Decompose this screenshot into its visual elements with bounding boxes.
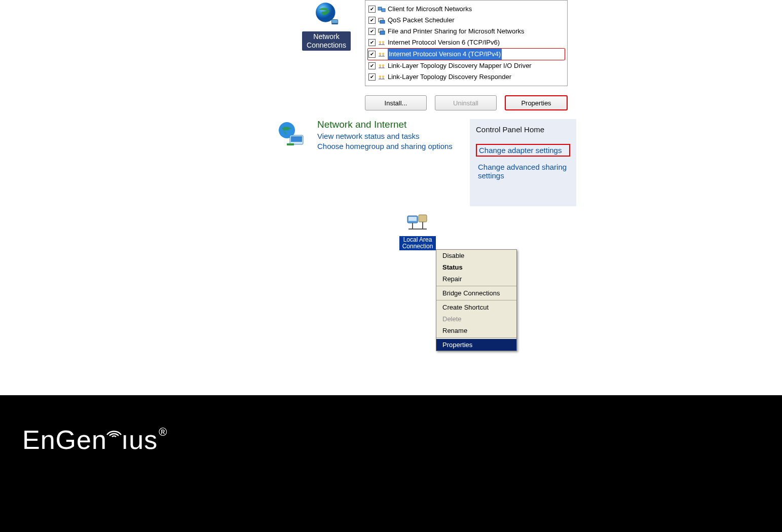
category-title: Network and Internet [317, 119, 453, 130]
share-icon [378, 27, 386, 35]
context-menu: Disable Status Repair Bridge Connections… [436, 249, 517, 351]
protocol-icon [378, 39, 386, 47]
svg-point-11 [382, 41, 384, 43]
conn-item[interactable]: ✔ Internet Protocol Version 6 (TCP/IPv6) [367, 37, 565, 48]
item-label: QoS Packet Scheduler [388, 15, 455, 26]
network-connections-shortcut[interactable]: NetworkConnections [302, 0, 351, 51]
local-area-connection-shortcut[interactable]: Local AreaConnection [399, 212, 436, 250]
shortcut-label: NetworkConnections [302, 31, 351, 51]
svg-rect-2 [332, 23, 338, 25]
menu-rename[interactable]: Rename [436, 325, 516, 336]
checkbox-icon[interactable]: ✔ [368, 6, 376, 13]
brand-logo: EnGen ıus® [22, 413, 167, 455]
checkbox-icon[interactable]: ✔ [368, 39, 376, 46]
menu-separator [436, 337, 516, 338]
conn-item[interactable]: ✔ File and Printer Sharing for Microsoft… [367, 26, 565, 37]
svg-point-16 [382, 53, 384, 55]
checkbox-icon[interactable]: ✔ [368, 17, 376, 24]
conn-item-selected[interactable]: ✔ Internet Protocol Version 4 (TCP/IPv4) [367, 48, 565, 60]
shortcut-label: Local AreaConnection [399, 236, 436, 250]
control-panel-sidebar: Control Panel Home Change adapter settin… [470, 119, 576, 206]
svg-rect-3 [378, 7, 382, 10]
svg-point-26 [382, 75, 384, 78]
adapter-icon [405, 212, 430, 236]
item-label: File and Printer Sharing for Microsoft N… [388, 26, 524, 37]
checkbox-icon[interactable]: ✔ [368, 51, 376, 58]
menu-repair[interactable]: Repair [436, 273, 516, 285]
client-icon [378, 5, 386, 13]
network-internet-icon [276, 119, 308, 151]
protocol-icon [378, 62, 386, 70]
svg-rect-4 [382, 9, 385, 12]
sidebar-advanced-sharing[interactable]: Change advanced sharing settings [476, 162, 570, 181]
sidebar-header: Control Panel Home [476, 125, 570, 134]
link-homegroup[interactable]: Choose homegroup and sharing options [317, 142, 453, 150]
menu-separator [436, 286, 516, 286]
checkbox-icon[interactable]: ✔ [368, 73, 376, 81]
conn-item[interactable]: ✔ Link-Layer Topology Discovery Responde… [367, 71, 565, 83]
conn-item[interactable]: ✔ Client for Microsoft Networks [367, 4, 565, 15]
menu-properties[interactable]: Properties [436, 339, 516, 351]
link-view-status[interactable]: View network status and tasks [317, 132, 453, 140]
checkbox-icon[interactable]: ✔ [368, 28, 376, 35]
svg-rect-35 [419, 215, 427, 222]
properties-button[interactable]: Properties [505, 95, 568, 110]
conn-item[interactable]: ✔ Link-Layer Topology Discovery Mapper I… [367, 60, 565, 71]
qos-icon [378, 16, 386, 24]
globe-icon [312, 0, 341, 28]
menu-delete: Delete [436, 313, 516, 325]
menu-status[interactable]: Status [436, 261, 516, 273]
item-label: Internet Protocol Version 4 (TCP/IPv4) [388, 49, 502, 60]
uninstall-button: Uninstall [435, 95, 497, 110]
sidebar-change-adapter[interactable]: Change adapter settings [476, 144, 570, 157]
checkbox-icon[interactable]: ✔ [368, 62, 376, 69]
svg-rect-32 [287, 143, 294, 145]
connection-items-list: ✔ Client for Microsoft Networks ✔ QoS Pa… [365, 0, 568, 86]
protocol-icon [378, 73, 386, 81]
menu-disable[interactable]: Disable [436, 250, 516, 261]
menu-shortcut[interactable]: Create Shortcut [436, 301, 516, 313]
svg-point-10 [379, 41, 381, 43]
svg-rect-8 [380, 31, 385, 34]
svg-point-25 [379, 75, 381, 78]
protocol-icon [378, 50, 386, 58]
wifi-icon [105, 413, 123, 428]
menu-separator [436, 300, 516, 300]
item-label: Link-Layer Topology Discovery Mapper I/O… [388, 60, 532, 71]
menu-bridge[interactable]: Bridge Connections [436, 287, 516, 299]
svg-rect-31 [291, 136, 302, 142]
conn-item[interactable]: ✔ QoS Packet Scheduler [367, 15, 565, 26]
item-label: Link-Layer Topology Discovery Responder [388, 71, 511, 83]
svg-point-20 [379, 64, 381, 66]
svg-point-15 [379, 53, 381, 55]
network-internet-category: Network and Internet View network status… [276, 119, 453, 151]
footer: EnGen ıus® [0, 395, 782, 532]
button-row: Install... Uninstall Properties [365, 95, 568, 110]
svg-point-21 [382, 64, 384, 66]
item-label: Internet Protocol Version 6 (TCP/IPv6) [388, 37, 500, 48]
svg-rect-34 [408, 217, 417, 221]
install-button[interactable]: Install... [365, 95, 427, 110]
svg-rect-6 [380, 20, 385, 23]
item-label: Client for Microsoft Networks [388, 4, 472, 15]
